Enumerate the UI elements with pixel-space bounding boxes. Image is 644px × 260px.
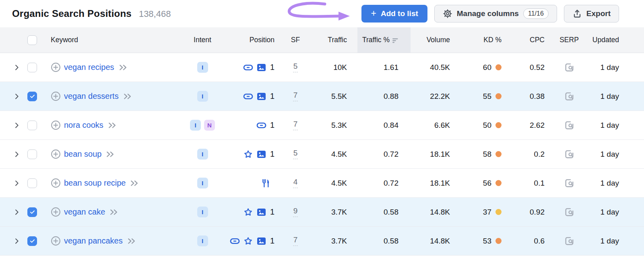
table-row: vegan desserts I 1 7 5.5K 0.88 22.2K 55 … bbox=[0, 82, 644, 111]
serp-features-count[interactable]: 9 bbox=[293, 207, 298, 217]
open-keyword-overview-icon[interactable] bbox=[118, 63, 128, 72]
open-keyword-overview-icon[interactable] bbox=[105, 150, 115, 158]
serp-features-count[interactable]: 4 bbox=[293, 178, 298, 188]
column-header-traffic[interactable]: Traffic bbox=[306, 27, 357, 53]
column-header-updated[interactable]: Updated bbox=[584, 27, 644, 53]
position-value: 1 bbox=[270, 236, 275, 246]
serp-features-count[interactable]: 7 bbox=[293, 120, 298, 131]
serp-preview-icon[interactable] bbox=[564, 62, 575, 73]
expand-row-icon[interactable] bbox=[13, 237, 21, 245]
keyword-link[interactable]: vegan desserts bbox=[64, 92, 119, 101]
manage-columns-button[interactable]: Manage columns 11/16 bbox=[434, 5, 557, 23]
column-header-serp[interactable]: SERP bbox=[555, 27, 584, 53]
result-count: 138,468 bbox=[139, 9, 171, 19]
intent-badge-informational: I bbox=[197, 91, 208, 102]
open-keyword-overview-icon[interactable] bbox=[107, 121, 117, 129]
kd-value: 56 bbox=[483, 179, 491, 188]
row-checkbox[interactable] bbox=[27, 149, 37, 159]
page-title: Organic Search Positions bbox=[12, 8, 132, 19]
column-header-traffic-pct[interactable]: Traffic % bbox=[357, 27, 411, 53]
serp-features-count[interactable]: 5 bbox=[293, 149, 298, 160]
kd-difficulty-dot bbox=[495, 151, 502, 157]
add-keyword-to-list-icon[interactable] bbox=[51, 62, 61, 72]
expand-row-icon[interactable] bbox=[13, 121, 21, 129]
traffic-pct-label: Traffic % bbox=[362, 36, 390, 44]
add-keyword-to-list-icon[interactable] bbox=[51, 149, 61, 159]
header-expander-cell bbox=[0, 27, 25, 53]
traffic-value: 4.5K bbox=[306, 169, 357, 197]
intent-badges: I bbox=[180, 82, 225, 111]
keyword-link[interactable]: bean soup bbox=[64, 149, 101, 159]
check-icon bbox=[29, 93, 36, 100]
serp-preview-icon[interactable] bbox=[564, 91, 575, 102]
column-header-cpc[interactable]: CPC bbox=[514, 27, 555, 53]
kd-value: 58 bbox=[483, 150, 491, 159]
row-checkbox[interactable] bbox=[27, 178, 37, 188]
keyword-link[interactable]: vegan cake bbox=[64, 207, 105, 217]
open-keyword-overview-icon[interactable] bbox=[123, 92, 132, 100]
column-header-sf[interactable]: SF bbox=[285, 27, 306, 53]
row-checkbox[interactable] bbox=[27, 236, 37, 246]
toolbar: Organic Search Positions 138,468 + Add t… bbox=[0, 0, 644, 27]
position-cell: 1 bbox=[225, 53, 285, 82]
serp-preview-icon[interactable] bbox=[564, 178, 575, 188]
serp-preview-icon[interactable] bbox=[564, 207, 575, 217]
expand-row-icon[interactable] bbox=[13, 92, 21, 100]
expand-row-icon[interactable] bbox=[13, 208, 21, 216]
serp-preview-icon[interactable] bbox=[564, 149, 575, 160]
toolbar-actions: + Add to list Manage columns 11/16 Expor… bbox=[361, 5, 619, 23]
column-header-keyword[interactable]: Keyword bbox=[47, 27, 180, 53]
kd-difficulty-dot bbox=[495, 180, 502, 186]
row-checkbox[interactable] bbox=[27, 121, 37, 130]
expand-row-icon[interactable] bbox=[13, 63, 21, 71]
export-button[interactable]: Export bbox=[564, 5, 619, 23]
export-icon bbox=[572, 9, 582, 18]
select-all-checkbox[interactable] bbox=[27, 35, 37, 45]
row-checkbox[interactable] bbox=[27, 92, 37, 101]
image-icon bbox=[256, 149, 266, 159]
recipes-icon bbox=[261, 178, 271, 188]
column-header-volume[interactable]: Volume bbox=[411, 27, 462, 53]
row-checkbox[interactable] bbox=[27, 207, 37, 217]
add-keyword-to-list-icon[interactable] bbox=[51, 120, 61, 130]
position-icons bbox=[256, 121, 266, 130]
column-header-kd[interactable]: KD % bbox=[462, 27, 514, 53]
traffic-value: 3.7K bbox=[306, 198, 357, 226]
position-cell: 1 bbox=[225, 82, 285, 111]
traffic-value: 10K bbox=[306, 53, 357, 82]
export-label: Export bbox=[586, 9, 611, 18]
add-keyword-to-list-icon[interactable] bbox=[51, 236, 61, 246]
intent-badges: I bbox=[180, 140, 225, 168]
open-keyword-overview-icon[interactable] bbox=[130, 179, 139, 187]
intent-badge-informational: I bbox=[197, 62, 208, 73]
intent-badges: IN bbox=[180, 111, 225, 139]
expand-row-icon[interactable] bbox=[13, 150, 21, 158]
serp-features-count[interactable]: 7 bbox=[293, 236, 298, 246]
keyword-link[interactable]: bean soup recipe bbox=[64, 178, 126, 188]
intent-badge-informational: I bbox=[197, 149, 208, 160]
serp-features-count[interactable]: 7 bbox=[293, 91, 298, 102]
column-header-intent[interactable]: Intent bbox=[180, 27, 225, 53]
expand-row-icon[interactable] bbox=[13, 179, 21, 187]
position-value: 1 bbox=[270, 92, 275, 101]
keyword-link[interactable]: vegan recipes bbox=[64, 63, 114, 72]
open-keyword-overview-icon[interactable] bbox=[109, 208, 119, 216]
add-keyword-to-list-icon[interactable] bbox=[51, 178, 61, 188]
row-checkbox[interactable] bbox=[27, 63, 37, 72]
serp-features-count[interactable]: 5 bbox=[293, 62, 298, 73]
keyword-link[interactable]: vegan pancakes bbox=[64, 236, 123, 246]
table-row: vegan recipes I 1 5 10K 1.61 40.5K 60 0.… bbox=[0, 53, 644, 82]
image-icon bbox=[256, 236, 266, 246]
add-to-list-button[interactable]: + Add to list bbox=[361, 5, 427, 23]
add-keyword-to-list-icon[interactable] bbox=[51, 91, 61, 101]
serp-preview-icon[interactable] bbox=[564, 235, 575, 246]
add-keyword-to-list-icon[interactable] bbox=[51, 207, 61, 217]
keyword-link[interactable]: nora cooks bbox=[64, 121, 103, 130]
gear-icon bbox=[443, 9, 452, 18]
add-to-list-label: Add to list bbox=[381, 9, 418, 18]
column-header-position[interactable]: Position bbox=[225, 27, 285, 53]
open-keyword-overview-icon[interactable] bbox=[127, 237, 136, 245]
plus-icon: + bbox=[371, 9, 376, 18]
serp-preview-icon[interactable] bbox=[564, 120, 575, 131]
position-icons bbox=[230, 236, 266, 246]
